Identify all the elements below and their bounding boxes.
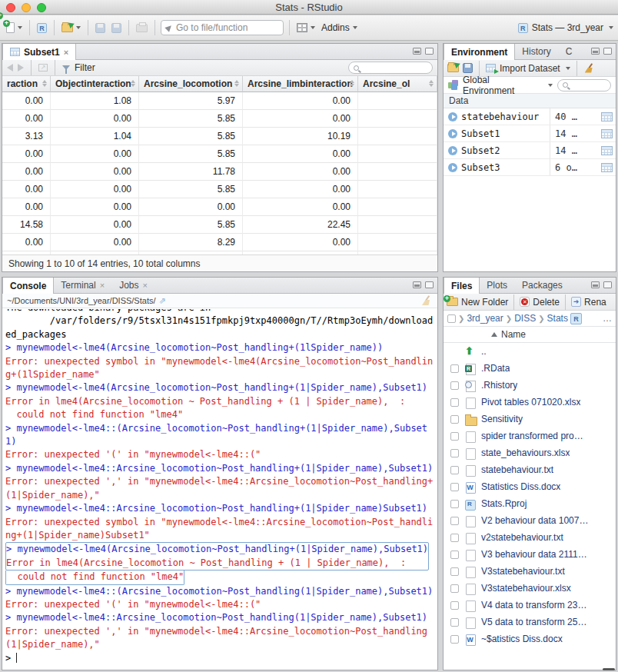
file-name-link[interactable]: .RData: [481, 363, 510, 374]
file-name-link[interactable]: V3statebehaviour.txt: [481, 566, 565, 577]
table-row[interactable]: 0.000.005.850.00: [2, 181, 437, 198]
file-checkbox[interactable]: [450, 381, 459, 390]
view-data-icon[interactable]: [601, 129, 613, 138]
file-row[interactable]: state_behaviours.xlsx: [444, 444, 616, 461]
file-checkbox[interactable]: [450, 635, 459, 644]
table-row[interactable]: 0.000.0011.780.00: [2, 163, 437, 181]
table-row[interactable]: 0.000.005.850.00: [2, 145, 437, 163]
file-name-link[interactable]: ..: [481, 346, 487, 357]
file-checkbox[interactable]: [450, 618, 459, 627]
file-name-link[interactable]: spider transformed pro…: [481, 431, 583, 441]
file-row[interactable]: V2 behaviour data 1007…: [444, 512, 616, 529]
file-name-link[interactable]: V5 data to transform 25…: [481, 617, 586, 627]
save-workspace-icon[interactable]: [463, 63, 473, 73]
tab-history[interactable]: History: [515, 44, 558, 59]
file-checkbox[interactable]: [450, 567, 459, 576]
addins-button[interactable]: Addins: [320, 21, 359, 35]
table-row[interactable]: 0.000.000.000.00: [2, 198, 437, 216]
rename-button[interactable]: Rena: [584, 297, 606, 308]
tab-plots[interactable]: Plots: [480, 278, 515, 293]
new-file-button[interactable]: +: [5, 21, 24, 35]
minimize-pane-icon[interactable]: [591, 281, 600, 288]
file-row[interactable]: V3statebehaviour.xlsx: [444, 580, 616, 597]
project-menu-button[interactable]: R Stats — 3rd_year: [518, 22, 613, 33]
minimize-pane-icon[interactable]: [591, 48, 600, 55]
tab-subset1[interactable]: Subset1 ×: [2, 44, 76, 60]
environment-search-input[interactable]: [571, 81, 602, 90]
view-data-icon[interactable]: [601, 112, 613, 121]
file-checkbox[interactable]: [450, 364, 459, 373]
column-header-raction[interactable]: raction: [2, 76, 51, 92]
file-name-link[interactable]: state_behaviours.xlsx: [481, 447, 570, 458]
scope-dropdown[interactable]: Global Environment: [463, 75, 542, 96]
file-name-link[interactable]: V4 data to transform 23…: [481, 600, 586, 610]
file-row[interactable]: Statistics Diss.docx: [444, 478, 616, 495]
file-checkbox[interactable]: [450, 551, 459, 559]
save-button[interactable]: [94, 22, 107, 35]
breadcrumb-stats[interactable]: Stats: [547, 313, 568, 324]
file-checkbox[interactable]: [450, 601, 459, 610]
file-checkbox[interactable]: [450, 415, 459, 424]
table-row[interactable]: 14.580.005.8522.45: [2, 216, 437, 234]
expand-icon[interactable]: [448, 146, 457, 155]
workspace-panes-button[interactable]: [295, 22, 317, 34]
filter-button[interactable]: Filter: [75, 62, 95, 73]
close-icon[interactable]: ×: [143, 281, 148, 290]
data-search-input[interactable]: [362, 63, 416, 72]
file-row[interactable]: spider transformed pro…: [444, 427, 616, 444]
breadcrumb-overflow[interactable]: …: [603, 313, 612, 324]
expand-icon[interactable]: [448, 129, 457, 138]
file-row[interactable]: Stats.Rproj: [444, 495, 616, 512]
tab-environment[interactable]: Environment: [444, 44, 515, 60]
table-row[interactable]: 0.000.005.850.00: [2, 110, 437, 128]
breadcrumb-3rd-year[interactable]: 3rd_year: [467, 313, 503, 324]
select-all-checkbox[interactable]: [447, 314, 456, 323]
minimize-pane-icon[interactable]: [413, 48, 421, 55]
table-row[interactable]: 0.000.008.290.00: [2, 234, 437, 251]
column-header-Arcsine_limbinteraction[interactable]: Arcsine_limbinteraction: [243, 76, 358, 92]
save-all-button[interactable]: [110, 22, 123, 35]
clear-console-icon[interactable]: [420, 294, 433, 307]
tab-jobs[interactable]: Jobs×: [112, 278, 155, 293]
close-icon[interactable]: ×: [100, 281, 105, 290]
file-checkbox[interactable]: [450, 466, 459, 474]
file-row[interactable]: statebehaviour.txt: [444, 461, 616, 478]
expand-icon[interactable]: [448, 112, 457, 121]
column-header-Objectinteraction[interactable]: Objectinteraction: [51, 76, 139, 92]
file-checkbox[interactable]: [450, 500, 459, 508]
file-row[interactable]: ..: [444, 343, 616, 360]
forward-icon[interactable]: [18, 64, 24, 72]
table-row[interactable]: 0.001.085.970.00: [2, 92, 437, 110]
tab-files[interactable]: Files: [444, 278, 480, 294]
file-name-link[interactable]: V3statebehaviour.xlsx: [481, 583, 571, 594]
file-checkbox[interactable]: [450, 398, 459, 407]
tab-terminal[interactable]: Terminal×: [54, 278, 112, 293]
file-name-link[interactable]: Sensitivity: [481, 414, 523, 424]
new-project-button[interactable]: R+: [35, 22, 48, 35]
file-row[interactable]: v2statebehaviour.txt: [444, 529, 616, 546]
file-name-link[interactable]: statebehaviour.txt: [481, 464, 553, 475]
load-workspace-icon[interactable]: [447, 64, 459, 72]
tab-console[interactable]: Console: [2, 278, 54, 294]
maximize-pane-icon[interactable]: [425, 281, 434, 288]
file-row[interactable]: ~$atistics Diss.docx: [444, 630, 616, 647]
file-row[interactable]: V3 behaviour data 2111…: [444, 546, 616, 563]
file-row[interactable]: V3statebehaviour.txt: [444, 563, 616, 580]
file-row[interactable]: V5 data to transform 25…: [444, 614, 616, 630]
file-checkbox[interactable]: [450, 483, 459, 491]
goto-directory-icon[interactable]: ⇗: [159, 296, 166, 306]
file-checkbox[interactable]: [450, 584, 459, 593]
tab-connections[interactable]: C: [559, 44, 580, 59]
expand-icon[interactable]: [448, 163, 457, 172]
new-folder-button[interactable]: New Folder: [461, 297, 508, 308]
breadcrumb-diss[interactable]: DISS: [514, 313, 536, 324]
open-in-new-window-icon[interactable]: ↗: [38, 64, 48, 72]
maximize-pane-icon[interactable]: [603, 48, 612, 55]
environment-object-row[interactable]: Subset114 …: [444, 125, 616, 142]
file-name-link[interactable]: V3 behaviour data 2111…: [481, 549, 587, 560]
table-row[interactable]: 3.131.045.8510.19: [2, 128, 437, 145]
files-name-header[interactable]: Name: [444, 327, 616, 343]
file-row[interactable]: Pivot tables 071020.xlsx: [444, 394, 616, 411]
file-checkbox[interactable]: [450, 534, 459, 542]
import-dataset-button[interactable]: Import Dataset: [500, 63, 560, 74]
